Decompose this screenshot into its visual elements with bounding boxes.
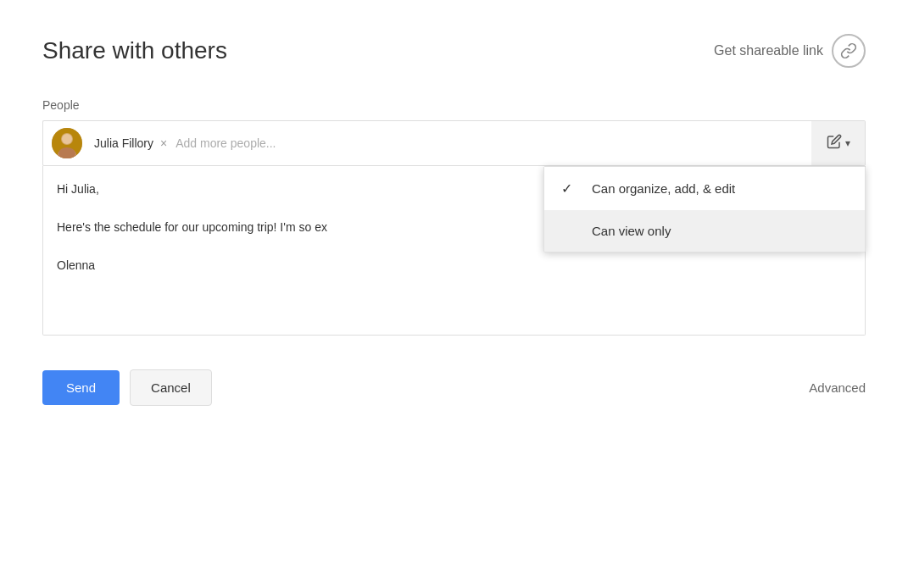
- message-line3: Olenna: [57, 256, 851, 275]
- permission-organize-label: Can organize, add, & edit: [592, 181, 735, 196]
- dialog-title: Share with others: [42, 37, 227, 64]
- get-shareable-link-button[interactable]: Get shareable link: [714, 34, 866, 68]
- shareable-link-label: Get shareable link: [714, 43, 823, 58]
- dialog-footer: Send Cancel Advanced: [42, 369, 866, 406]
- send-button[interactable]: Send: [42, 370, 120, 405]
- people-container: Julia Fillory × Add more people... ▾ ✓: [42, 120, 866, 336]
- chevron-down-icon: ▾: [845, 137, 850, 149]
- people-label: People: [42, 98, 866, 112]
- people-row: Julia Fillory × Add more people... ▾ ✓: [42, 120, 866, 166]
- svg-point-3: [62, 134, 72, 144]
- share-dialog: Share with others Get shareable link Peo…: [0, 0, 908, 588]
- advanced-button[interactable]: Advanced: [809, 380, 866, 395]
- permission-view-label: Can view only: [592, 224, 671, 238]
- person-chip: Julia Fillory ×: [52, 128, 169, 158]
- edit-icon: [827, 134, 842, 153]
- person-name: Julia Fillory: [94, 136, 153, 150]
- cancel-button[interactable]: Cancel: [130, 369, 212, 406]
- add-more-placeholder[interactable]: Add more people...: [175, 136, 276, 150]
- permission-organize-item[interactable]: ✓ Can organize, add, & edit: [544, 167, 865, 210]
- check-icon: ✓: [561, 180, 578, 197]
- dialog-header: Share with others Get shareable link: [42, 34, 866, 68]
- link-icon: [832, 34, 866, 68]
- edit-permissions-button[interactable]: ▾: [811, 120, 866, 166]
- remove-person-button[interactable]: ×: [159, 137, 169, 149]
- avatar: [52, 128, 82, 158]
- permission-view-item[interactable]: Can view only: [544, 210, 865, 252]
- permissions-dropdown: ✓ Can organize, add, & edit Can view onl…: [543, 166, 866, 252]
- people-input-area[interactable]: Julia Fillory × Add more people...: [42, 120, 811, 166]
